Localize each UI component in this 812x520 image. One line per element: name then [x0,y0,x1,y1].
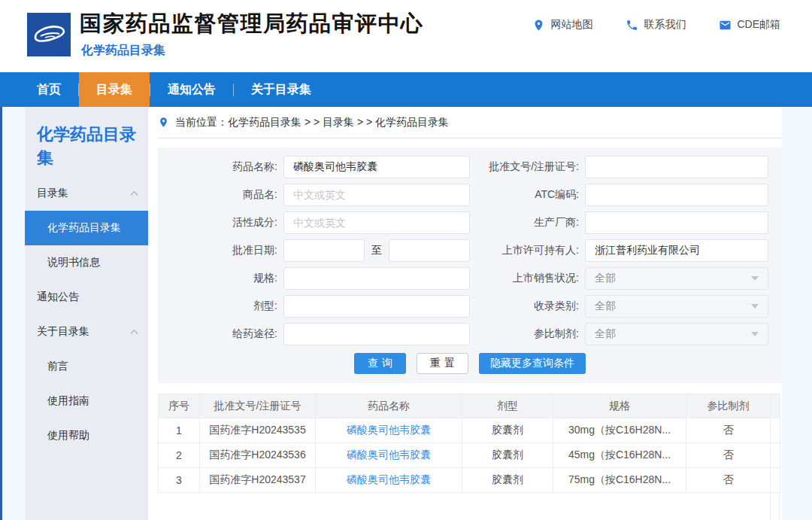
caret-down-icon [751,276,759,281]
sidebar-item-package-insert-info[interactable]: 说明书信息 [25,245,148,280]
active-ingredient-input[interactable] [283,211,470,234]
inclusion-category-select[interactable]: 全部 [585,295,768,318]
approval-number-input[interactable] [585,156,768,178]
mail-icon [719,19,732,32]
table-cell: 磷酸奥司他韦胶囊 [316,418,462,443]
contact-link-label: 联系我们 [644,18,686,32]
cde-mail-link-label: CDE邮箱 [737,18,780,32]
table-cell-ghost [771,418,780,443]
specification-input[interactable] [283,267,470,290]
reset-button[interactable]: 重置 [417,353,468,374]
site-header: 国家药品监督管理局药品审评中心 化学药品目录集 网站地图 联系我们 CDE邮箱 [0,0,812,72]
content-layout: 化学药品目录集 目录集化学药品目录集说明书信息通知公告关于目录集前言使用指南使用… [0,107,812,520]
contact-link[interactable]: 联系我们 [626,18,686,32]
form-row-specification: 规格: [158,267,470,290]
approval-date-from-input[interactable] [283,239,365,262]
table-cell: 否 [686,443,771,468]
nav-item-home[interactable]: 首页 [20,72,78,107]
drug-name-link[interactable]: 磷酸奥司他韦胶囊 [347,449,431,461]
trade-name-label: 商品名: [158,188,283,202]
search-form-buttons: 查询重置隐藏更多查询条件 [158,353,782,374]
caret-down-icon [751,332,759,336]
table-row-2: 2国药准字H20243536磷酸奥司他韦胶囊胶囊剂45mg（按C16H28N..… [159,443,780,468]
sidebar-item-user-help[interactable]: 使用帮助 [25,418,148,453]
form-row-active-ingredient: 活性成分: [158,211,470,234]
drug-name-input[interactable] [283,156,470,178]
search-form-panel: 药品名称:商品名:活性成分:批准日期:至规格:剂型:给药途径: 批准文号/注册证… [158,147,782,383]
column-header-1: 批准文号/注册证号 [200,394,316,418]
table-cell: 胶囊剂 [462,443,553,468]
marketing-status-label: 上市销售状况: [470,272,585,285]
table-cell: 75mg（按C16H28N... [553,468,686,493]
chevron-up-icon [131,191,138,199]
form-row-trade-name: 商品名: [158,184,470,206]
manufacturer-input[interactable] [585,211,768,234]
hide-more-conditions-button[interactable]: 隐藏更多查询条件 [479,353,586,374]
table-ghost-column-extension [770,493,780,520]
main-nav: 首页目录集通知公告关于目录集 [0,72,812,107]
marketing-status-select-value: 全部 [595,272,616,285]
atc-code-input[interactable] [585,184,768,206]
approval-date-label: 批准日期: [158,244,283,257]
site-title: 国家药品监督管理局药品审评中心 [80,9,424,39]
form-row-atc-code: ATC编码: [470,184,768,206]
marketing-authorization-holder-input[interactable] [585,239,768,262]
administration-route-label: 给药途径: [158,327,283,341]
cde-mail-link[interactable]: CDE邮箱 [719,18,780,32]
drug-name-label: 药品名称: [158,160,283,174]
column-header-4: 规格 [553,394,686,418]
sidebar-item-chemical-drug-catalog[interactable]: 化学药品目录集 [25,211,148,245]
table-cell: 30mg（按C16H28N... [553,418,686,443]
marketing-status-select[interactable]: 全部 [585,267,768,290]
table-cell: 国药准字H20243535 [200,418,316,443]
nav-item-notices[interactable]: 通知公告 [150,72,233,107]
reference-preparation-select[interactable]: 全部 [585,323,768,345]
administration-route-input[interactable] [283,323,470,345]
results-table: 序号批准文号/注册证号药品名称剂型规格参比制剂 1国药准字H20243535磷酸… [158,394,780,493]
sidebar-item-about-catalog-group[interactable]: 关于目录集 [25,315,148,349]
date-range-separator: 至 [365,244,389,257]
form-row-administration-route: 给药途径: [158,323,470,345]
drug-name-link[interactable]: 磷酸奥司他韦胶囊 [347,424,431,436]
cde-logo [27,13,71,56]
sidebar-item-label: 化学药品目录集 [47,221,121,235]
site-subtitle: 化学药品目录集 [81,43,165,59]
breadcrumb: 当前位置：化学药品目录集 > > 目录集 > > 化学药品目录集 [158,107,782,138]
column-header-5: 参比制剂 [686,394,771,418]
marketing-authorization-holder-label: 上市许可持有人: [470,244,585,257]
breadcrumb-text: 当前位置：化学药品目录集 > > 目录集 > > 化学药品目录集 [175,116,449,129]
search-button[interactable]: 查询 [354,353,406,374]
table-cell: 胶囊剂 [462,418,553,443]
reference-preparation-label: 参比制剂: [470,327,585,341]
nav-item-about-catalog[interactable]: 关于目录集 [234,72,329,107]
trade-name-input[interactable] [283,184,470,206]
approval-date-to-input[interactable] [389,239,470,262]
drug-name-link[interactable]: 磷酸奥司他韦胶囊 [347,473,431,485]
chevron-up-icon [131,330,138,337]
table-cell: 2 [159,443,200,468]
sidebar-item-catalog-group[interactable]: 目录集 [25,176,148,211]
sidebar-item-label: 关于目录集 [37,325,89,339]
left-gutter [0,107,25,520]
form-row-drug-name: 药品名称: [158,156,470,178]
approval-date-range: 至 [283,239,470,262]
dosage-form-input[interactable] [283,295,470,318]
active-ingredient-label: 活性成分: [158,216,283,230]
nav-item-catalog[interactable]: 目录集 [79,72,150,107]
sidebar-item-foreword[interactable]: 前言 [25,349,148,384]
sitemap-link[interactable]: 网站地图 [532,18,592,32]
search-form-right-column: 批准文号/注册证号:ATC编码:生产厂商:上市许可持有人:上市销售状况:全部收录… [470,156,768,351]
table-cell: 磷酸奥司他韦胶囊 [316,468,462,493]
sidebar-item-notice-announcement[interactable]: 通知公告 [25,280,148,315]
table-cell: 否 [686,468,771,493]
header-links: 网站地图 联系我们 CDE邮箱 [532,18,780,32]
main-content: 当前位置：化学药品目录集 > > 目录集 > > 化学药品目录集 药品名称:商品… [148,107,782,520]
page: 国家药品监督管理局药品审评中心 化学药品目录集 网站地图 联系我们 CDE邮箱 [0,0,812,520]
table-cell-ghost [771,443,780,468]
inclusion-category-label: 收录类别: [470,300,585,313]
table-cell: 1 [159,418,200,443]
location-pin-icon [532,19,545,32]
column-header-3: 剂型 [462,394,553,418]
search-form-left-column: 药品名称:商品名:活性成分:批准日期:至规格:剂型:给药途径: [158,156,470,351]
sidebar-item-user-guide[interactable]: 使用指南 [25,384,148,418]
